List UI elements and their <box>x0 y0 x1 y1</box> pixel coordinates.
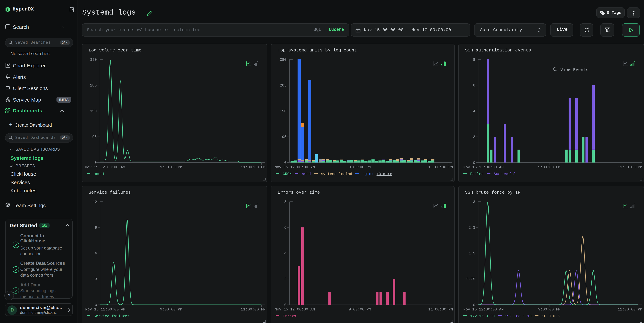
svg-text:9: 9 <box>95 226 97 230</box>
svg-text:0: 0 <box>473 161 475 165</box>
svg-text:11:00:00 PM: 11:00:00 PM <box>618 165 642 169</box>
svg-text:3: 3 <box>473 200 475 204</box>
svg-text:4: 4 <box>473 109 475 113</box>
svg-text:9:00:00 PM: 9:00:00 PM <box>160 307 182 312</box>
svg-text:285: 285 <box>280 84 286 88</box>
svg-text:3: 3 <box>95 277 97 281</box>
svg-text:8: 8 <box>284 200 286 204</box>
svg-text:0.75: 0.75 <box>466 277 475 281</box>
svg-text:11:00:00 PM: 11:00:00 PM <box>428 307 453 312</box>
svg-text:12: 12 <box>93 200 97 204</box>
svg-text:Nov 15 12:00:00 AM: Nov 15 12:00:00 AM <box>464 307 504 312</box>
svg-text:Nov 15 12:00:00 AM: Nov 15 12:00:00 AM <box>275 307 315 312</box>
svg-text:285: 285 <box>90 84 97 88</box>
svg-text:9:00:00 PM: 9:00:00 PM <box>349 165 371 169</box>
svg-text:0: 0 <box>94 161 97 165</box>
svg-text:9:00:00 PM: 9:00:00 PM <box>538 165 560 169</box>
svg-text:11:00:00 PM: 11:00:00 PM <box>241 307 266 312</box>
svg-text:9:00:00 PM: 9:00:00 PM <box>538 307 560 312</box>
svg-text:Nov 15 12:00:00 AM: Nov 15 12:00:00 AM <box>85 165 125 169</box>
svg-text:Nov 15 12:00:00 AM: Nov 15 12:00:00 AM <box>275 165 315 169</box>
svg-text:6: 6 <box>473 84 475 88</box>
svg-text:2: 2 <box>284 277 286 281</box>
svg-text:4: 4 <box>284 251 286 256</box>
svg-text:9:00:00 PM: 9:00:00 PM <box>160 165 182 169</box>
svg-text:0: 0 <box>284 303 286 307</box>
svg-text:190: 190 <box>280 109 286 113</box>
svg-text:11:00:00 PM: 11:00:00 PM <box>241 165 266 169</box>
svg-text:6: 6 <box>95 251 97 256</box>
svg-text:Nov 15 12:00:00 AM: Nov 15 12:00:00 AM <box>85 307 126 312</box>
svg-text:95: 95 <box>282 135 286 139</box>
svg-text:0: 0 <box>284 161 286 165</box>
svg-text:380: 380 <box>90 58 97 62</box>
svg-text:2.3: 2.3 <box>468 226 475 230</box>
svg-text:380: 380 <box>280 58 286 62</box>
svg-text:8: 8 <box>473 58 475 62</box>
svg-text:9:00:00 PM: 9:00:00 PM <box>349 307 371 312</box>
svg-text:95: 95 <box>92 135 97 139</box>
svg-text:190: 190 <box>90 109 97 113</box>
svg-text:6: 6 <box>284 226 286 230</box>
svg-text:1.5: 1.5 <box>468 251 475 256</box>
svg-text:0: 0 <box>473 303 475 307</box>
svg-text:11:00:00 PM: 11:00:00 PM <box>618 307 642 312</box>
svg-text:11:00:00 PM: 11:00:00 PM <box>428 165 453 169</box>
svg-text:Nov 15 12:00:00 AM: Nov 15 12:00:00 AM <box>464 165 504 169</box>
svg-text:2: 2 <box>473 135 475 139</box>
svg-text:0: 0 <box>95 303 97 307</box>
